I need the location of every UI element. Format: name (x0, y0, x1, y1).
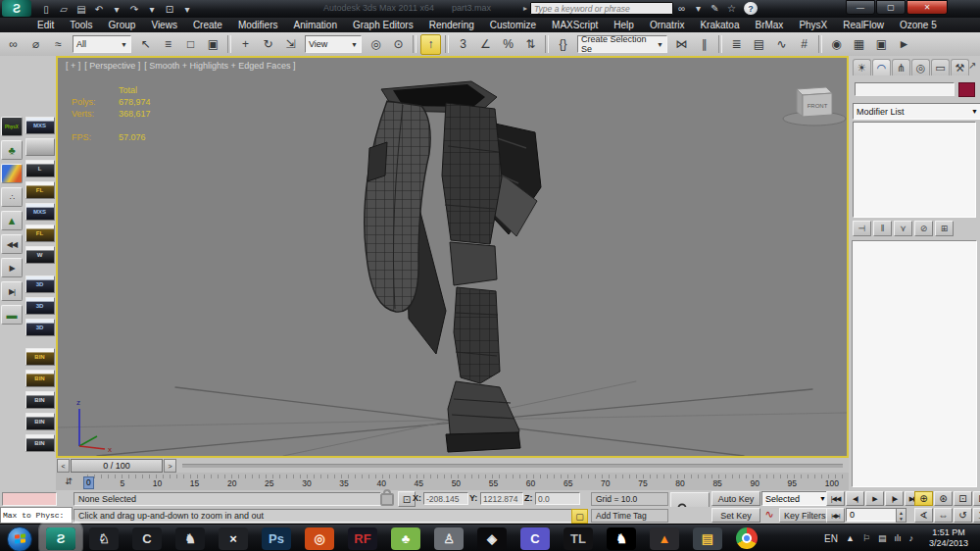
zoom-extents-all-button[interactable]: ⊞ (973, 491, 980, 506)
tab-display[interactable]: ▭ (931, 59, 950, 75)
current-frame-field[interactable]: 0 (846, 508, 900, 522)
menu-item[interactable]: Graph Editors (345, 18, 421, 32)
scatter-icon[interactable]: ∴ (1, 187, 23, 207)
maxscript-mini-listener[interactable]: Max to Physc: (0, 507, 73, 524)
modifier-stack-list[interactable] (853, 122, 976, 218)
taskbar-app-horse[interactable]: ♘ (89, 527, 119, 550)
macro-button-3d3[interactable]: 3D (25, 319, 55, 336)
taskbar-cinema[interactable]: C (520, 527, 550, 550)
configure-modifier-sets-button[interactable]: ⊞ (935, 221, 954, 236)
save-file-icon[interactable]: ▤ (74, 2, 89, 16)
taskbar-realflow[interactable]: RF (348, 527, 377, 550)
select-object-icon[interactable]: ↖ (135, 34, 156, 55)
taskbar-chrome[interactable] (736, 527, 758, 549)
viewport-canvas[interactable]: FRONT z x (58, 58, 847, 456)
step-forward-icon[interactable]: ▶| (1, 281, 23, 301)
quickbar-caret-icon[interactable]: ▾ (179, 2, 195, 16)
menu-item[interactable]: Customize (482, 18, 544, 32)
frame-spinner[interactable]: ▲ ▼ (896, 508, 906, 523)
eraser-icon[interactable] (1, 164, 23, 183)
edit-named-selections-icon[interactable]: {} (553, 34, 573, 55)
object-color-swatch[interactable] (958, 82, 975, 97)
macro-button-sphere[interactable] (25, 138, 55, 156)
open-file-icon[interactable]: ▱ (56, 2, 72, 16)
next-frame-button[interactable]: |▶ (885, 491, 904, 506)
play-icon[interactable]: ▶ (1, 258, 23, 277)
undo-caret-icon[interactable]: ▾ (109, 2, 124, 16)
macro-recorder-field[interactable] (2, 492, 57, 506)
search-input[interactable] (530, 2, 673, 15)
taskbar-app-creature1[interactable]: C (132, 527, 162, 550)
model-3d[interactable] (365, 81, 541, 452)
select-and-move-icon[interactable]: + (235, 34, 256, 55)
spinner-down-icon[interactable]: ▼ (899, 516, 904, 522)
window-crossing-icon[interactable]: ▣ (203, 34, 223, 55)
taskbar-sculpt[interactable]: ♙ (434, 527, 464, 550)
viewcube[interactable]: FRONT (783, 87, 846, 125)
maximize-viewport-button[interactable]: ⇲ (973, 508, 980, 523)
schematic-view-icon[interactable]: # (794, 34, 814, 55)
menu-item[interactable]: Edit (29, 18, 62, 32)
language-indicator[interactable]: EN (824, 533, 838, 544)
rewind-icon[interactable]: ◀◀ (1, 234, 23, 254)
remove-modifier-button[interactable]: ⊘ (914, 221, 933, 236)
menu-item[interactable]: Rendering (421, 18, 482, 32)
taskbar-app-creature2[interactable]: ♞ (175, 527, 205, 550)
graphite-ribbon-icon[interactable]: ▤ (749, 34, 769, 55)
subscription-center-icon[interactable]: ✎ (708, 2, 722, 15)
keyboard-override-icon[interactable]: ↑ (420, 34, 441, 55)
show-end-result-button[interactable]: ‖ (873, 221, 892, 236)
project-folder-icon[interactable]: ⊡ (162, 2, 177, 16)
select-and-link-icon[interactable]: ∞ (3, 34, 24, 55)
menu-item[interactable]: MAXScript (544, 18, 606, 32)
align-icon[interactable]: ∥ (694, 34, 714, 55)
zoom-all-button[interactable]: ⊛ (934, 491, 953, 506)
tab-motion[interactable]: ◎ (911, 59, 930, 75)
start-button[interactable] (7, 526, 32, 551)
cloth-icon[interactable]: ▲ (1, 211, 23, 230)
z-coordinate-field[interactable]: 0.0 (535, 492, 580, 505)
menu-item[interactable]: PhysX (791, 18, 835, 32)
time-slider-handle[interactable]: 0 / 100 (71, 459, 163, 473)
menu-item[interactable]: Create (185, 18, 230, 32)
redo-caret-icon[interactable]: ▾ (144, 2, 160, 16)
percent-snap-icon[interactable]: % (498, 34, 518, 55)
viewport-menu-general[interactable]: [ + ] (66, 61, 80, 71)
taskbar-tl[interactable]: TL (564, 527, 593, 550)
search-binoculars-icon[interactable]: ∞ (674, 2, 689, 15)
redo-icon[interactable]: ↷ (126, 2, 142, 16)
menu-item[interactable]: Help (606, 18, 642, 32)
previous-frame-arrow[interactable]: < (57, 459, 70, 473)
taskbar-vlc[interactable]: ▲ (650, 527, 679, 550)
rendered-frame-icon[interactable]: ▣ (871, 34, 892, 55)
selection-lock-icon[interactable] (380, 493, 394, 506)
taskbar-unity[interactable]: ◈ (477, 527, 507, 550)
help-icon[interactable]: ? (744, 2, 758, 15)
modifier-list-dropdown[interactable]: Modifier List ▼ (853, 103, 980, 120)
x-coordinate-field[interactable]: -208.145 (423, 492, 468, 505)
taskbar-photoshop[interactable]: Ps (262, 527, 291, 550)
taskbar-app-cross[interactable]: × (219, 527, 248, 550)
volume-icon[interactable]: ♪ (909, 533, 914, 543)
macro-button-bin5[interactable]: BIN (25, 434, 55, 452)
menu-item[interactable]: Views (143, 18, 185, 32)
network-icon[interactable]: ılı (894, 533, 901, 543)
select-and-scale-icon[interactable]: ⇲ (280, 34, 301, 55)
zoom-extents-button[interactable]: ⊡ (954, 491, 972, 506)
minimize-button[interactable]: — (846, 0, 875, 15)
pan-view-button[interactable]: ⇔ (934, 508, 953, 523)
macro-button-fl2[interactable]: FL (25, 225, 55, 242)
select-and-rotate-icon[interactable]: ↻ (258, 34, 278, 55)
viewport-menu-shading[interactable]: [ Smooth + Highlights + Edged Faces ] (144, 61, 295, 71)
tab-utilities[interactable]: ⚒ (951, 59, 969, 75)
taskbar-3dsmax[interactable]: Ƨ (46, 527, 75, 550)
new-key-curve-icon[interactable]: ∿ (761, 508, 777, 521)
menu-item[interactable]: Group (101, 18, 144, 32)
menu-item[interactable]: Ozone 5 (892, 18, 945, 32)
open-mini-curve-editor-icon[interactable]: ⇵ (56, 476, 81, 486)
auto-key-button[interactable]: Auto Key (711, 491, 760, 506)
hidden-icons-arrow[interactable]: ▲ (846, 533, 855, 543)
maximize-button[interactable]: ▢ (876, 0, 906, 15)
macro-button-bin1[interactable]: BIN (25, 348, 55, 366)
macro-button-3d2[interactable]: 3D (25, 297, 55, 315)
